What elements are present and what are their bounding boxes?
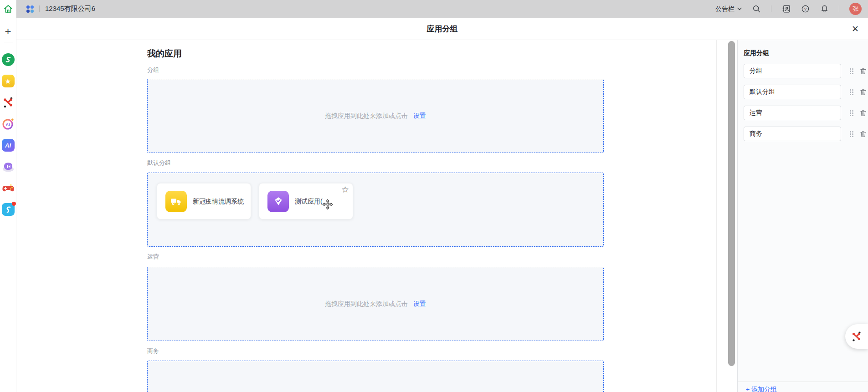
dropzone-hint: 拖拽应用到此处来添加或点击 bbox=[325, 112, 408, 120]
app-name: 新冠疫情流调系统 bbox=[193, 197, 244, 206]
chevron-down-icon bbox=[737, 7, 742, 10]
drag-handle-icon[interactable] bbox=[850, 131, 853, 137]
delete-group-icon[interactable] bbox=[859, 130, 867, 138]
group-label: 商务 bbox=[147, 347, 604, 355]
add-group-button[interactable]: + 添加分组 bbox=[738, 382, 868, 392]
dropzone-group-4[interactable] bbox=[147, 361, 604, 392]
red-network-icon bbox=[851, 331, 863, 342]
ai-ring-app-icon[interactable]: AI bbox=[2, 117, 15, 130]
modal-header: 应用分组 ✕ bbox=[16, 18, 868, 40]
app-name: 测试应用( bbox=[295, 197, 323, 206]
modal-title: 应用分组 bbox=[427, 24, 458, 34]
drag-handle-icon[interactable] bbox=[850, 89, 853, 95]
dropzone-group-1[interactable]: 拖拽应用到此处来添加或点击 设置 bbox=[147, 79, 604, 153]
group-row bbox=[744, 127, 868, 141]
panel-title: 应用分组 bbox=[744, 49, 868, 57]
dropzone-group-3[interactable]: 拖拽应用到此处来添加或点击 设置 bbox=[147, 267, 604, 341]
group-label: 分组 bbox=[147, 66, 604, 74]
home-icon[interactable] bbox=[3, 4, 14, 15]
topbar-separator bbox=[839, 5, 839, 12]
drag-handle-icon[interactable] bbox=[850, 68, 853, 74]
vertical-scrollbar[interactable] bbox=[728, 41, 735, 366]
dropzone-hint: 拖拽应用到此处来添加或点击 bbox=[325, 300, 408, 308]
cyan-chat-app-icon[interactable] bbox=[2, 203, 15, 216]
group-name-input[interactable] bbox=[744, 64, 841, 78]
delete-group-icon[interactable] bbox=[859, 67, 867, 75]
company-name: 12345有限公司6 bbox=[45, 5, 95, 13]
group-name-input[interactable] bbox=[744, 127, 841, 141]
workbench-logo-icon[interactable] bbox=[26, 5, 34, 13]
dropzone-settings-link[interactable]: 设置 bbox=[413, 300, 426, 308]
gem-icon bbox=[267, 191, 289, 212]
group-row bbox=[744, 64, 868, 78]
robot-app-icon[interactable] bbox=[2, 160, 15, 173]
svg-text:?: ? bbox=[804, 6, 806, 11]
favorite-star-icon[interactable]: ☆ bbox=[341, 185, 349, 194]
truck-icon bbox=[165, 191, 187, 212]
red-network-app-icon[interactable] bbox=[2, 96, 15, 109]
dropzone-settings-link[interactable]: 设置 bbox=[413, 112, 426, 120]
main-content: 我的应用 分组 拖拽应用到此处来添加或点击 设置 默认分组 bbox=[16, 40, 717, 392]
announcement-dropdown[interactable]: 公告栏 bbox=[715, 5, 742, 13]
group-label: 默认分组 bbox=[147, 159, 604, 167]
help-icon[interactable]: ? bbox=[801, 5, 810, 14]
user-avatar[interactable]: 张 bbox=[849, 3, 862, 15]
move-cursor-icon bbox=[322, 199, 333, 210]
gamepad-app-icon[interactable] bbox=[2, 182, 15, 194]
announcement-label: 公告栏 bbox=[715, 5, 734, 13]
delete-group-icon[interactable] bbox=[859, 109, 867, 117]
app-card-covid-system[interactable]: 新冠疫情流调系统 bbox=[157, 183, 251, 219]
contacts-book-icon[interactable] bbox=[781, 5, 791, 14]
notification-dot bbox=[12, 202, 16, 206]
topbar-separator bbox=[39, 5, 40, 12]
yellow-star-app-icon[interactable]: ★ bbox=[2, 75, 15, 87]
search-icon[interactable] bbox=[752, 5, 761, 14]
rail-divider bbox=[4, 42, 13, 42]
left-app-rail: + ★ bbox=[0, 0, 16, 392]
add-app-button[interactable]: + bbox=[5, 26, 11, 36]
group-name-input[interactable] bbox=[744, 85, 841, 99]
green-link-app-icon[interactable] bbox=[2, 53, 15, 66]
app-card-test-app[interactable]: 测试应用( ☆ bbox=[259, 183, 353, 219]
group-name-input[interactable] bbox=[744, 106, 841, 120]
svg-text:AI: AI bbox=[5, 122, 10, 127]
drag-handle-icon[interactable] bbox=[850, 110, 853, 116]
close-icon[interactable]: ✕ bbox=[852, 24, 859, 35]
page-title: 我的应用 bbox=[147, 47, 604, 60]
group-row bbox=[744, 85, 868, 99]
group-label: 运营 bbox=[147, 253, 604, 261]
delete-group-icon[interactable] bbox=[859, 88, 867, 96]
bell-icon[interactable] bbox=[820, 5, 829, 14]
group-row bbox=[744, 106, 868, 120]
floating-assistant-button[interactable] bbox=[845, 324, 868, 349]
dropzone-group-2[interactable]: 新冠疫情流调系统 测试应用( ☆ bbox=[147, 173, 604, 247]
topbar-separator bbox=[771, 5, 771, 12]
ai-square-app-icon[interactable]: AI bbox=[2, 139, 15, 152]
top-bar: 12345有限公司6 公告栏 ? bbox=[16, 0, 868, 18]
